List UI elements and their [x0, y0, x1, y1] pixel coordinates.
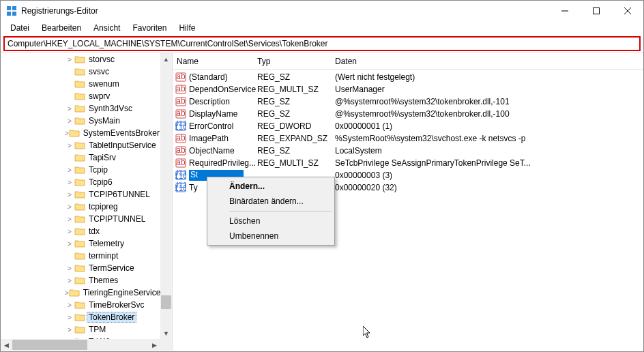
- tree-item[interactable]: >Synth3dVsc: [1, 102, 160, 115]
- expand-chevron-icon[interactable]: >: [65, 105, 74, 113]
- column-typ[interactable]: Typ: [257, 57, 335, 66]
- value-name: ImagePath: [189, 134, 229, 143]
- tree-item[interactable]: >Telemetry: [1, 237, 160, 250]
- app-icon: [6, 5, 17, 16]
- binary-value-icon: 011110: [175, 182, 186, 193]
- svg-text:ab: ab: [176, 145, 186, 155]
- close-button[interactable]: [612, 1, 643, 21]
- tree-item[interactable]: >TimeBrokerSvc: [1, 299, 160, 311]
- string-value-icon: ab: [175, 72, 186, 83]
- tree-item[interactable]: >storvsc: [1, 53, 160, 65]
- tree-item[interactable]: >Tcpip: [1, 164, 160, 176]
- list-row[interactable]: ab(Standard)REG_SZ(Wert nicht festgelegt…: [173, 71, 643, 83]
- expand-chevron-icon[interactable]: >: [65, 314, 74, 321]
- tree-item[interactable]: >TieringEngineService: [1, 287, 160, 299]
- tree-item-label: terminpt: [87, 250, 120, 261]
- scrollbar-corner: [160, 339, 172, 351]
- tree-item[interactable]: svsvc: [1, 65, 160, 78]
- folder-icon: [69, 128, 80, 138]
- expand-chevron-icon[interactable]: >: [65, 56, 74, 63]
- maximize-button[interactable]: [581, 1, 612, 21]
- list-row[interactable]: abObjectNameREG_SZLocalSystem: [173, 145, 643, 157]
- menu-hilfe[interactable]: Hilfe: [173, 22, 201, 34]
- expand-chevron-icon[interactable]: >: [65, 265, 74, 272]
- menu-ansicht[interactable]: Ansicht: [88, 22, 126, 34]
- expand-chevron-icon[interactable]: >: [65, 228, 74, 235]
- tree-item-label: tcpipreg: [87, 201, 120, 212]
- expand-chevron-icon[interactable]: >: [65, 142, 74, 149]
- scroll-up-arrow-icon[interactable]: ▲: [160, 53, 172, 65]
- string-value-icon: ab: [175, 133, 186, 144]
- tree-item-label: Tcpip6: [87, 177, 115, 188]
- folder-icon: [74, 116, 85, 126]
- column-name[interactable]: Name: [173, 57, 257, 66]
- tree-vertical-scrollbar[interactable]: ▲ ▼: [160, 53, 172, 339]
- list-row[interactable]: abDisplayNameREG_SZ@%systemroot%\system3…: [173, 108, 643, 120]
- value-name: RequiredPrivileg...: [189, 158, 256, 168]
- value-data: 0x00000003 (3): [335, 171, 643, 180]
- folder-icon: [74, 67, 85, 76]
- tree-item[interactable]: terminpt: [1, 250, 160, 262]
- tree-item[interactable]: >TPM: [1, 323, 160, 336]
- expand-chevron-icon[interactable]: >: [65, 179, 74, 186]
- context-menu-item[interactable]: Binärdaten ändern...: [209, 194, 333, 209]
- minimize-button[interactable]: [549, 1, 581, 21]
- value-data: LocalSystem: [335, 146, 643, 156]
- expand-chevron-icon[interactable]: >: [65, 191, 74, 199]
- tree-item[interactable]: >TCPIP6TUNNEL: [1, 188, 160, 201]
- scroll-left-arrow-icon[interactable]: ◀: [1, 339, 12, 351]
- menu-bearbeiten[interactable]: Bearbeiten: [36, 22, 87, 34]
- tree-item[interactable]: >TCPIPTUNNEL: [1, 213, 160, 225]
- menu-favoriten[interactable]: Favoriten: [127, 22, 172, 34]
- tree-horizontal-scrollbar[interactable]: ◀ ▶: [1, 339, 160, 351]
- list-row[interactable]: abDependOnServiceREG_MULTI_SZUserManager: [173, 83, 643, 96]
- tree-item[interactable]: swenum: [1, 78, 160, 90]
- scroll-right-arrow-icon[interactable]: ▶: [149, 339, 160, 351]
- context-menu: Ändern...Binärdaten ändern...LöschenUmbe…: [207, 177, 335, 246]
- tree-item-label: TCPIP6TUNNEL: [87, 189, 152, 200]
- svg-rect-0: [7, 6, 11, 10]
- scroll-down-arrow-icon[interactable]: ▼: [160, 327, 172, 339]
- cursor-arrow-icon: [363, 326, 372, 340]
- menu-datei[interactable]: Datei: [5, 22, 35, 34]
- expand-chevron-icon[interactable]: >: [65, 117, 74, 125]
- scroll-thumb[interactable]: [12, 340, 87, 350]
- expand-chevron-icon[interactable]: >: [65, 326, 74, 334]
- tree-item[interactable]: >Themes: [1, 274, 160, 287]
- string-value-icon: ab: [175, 96, 186, 107]
- expand-chevron-icon[interactable]: >: [65, 203, 74, 211]
- list-row[interactable]: abImagePathREG_EXPAND_SZ%SystemRoot%\sys…: [173, 132, 643, 145]
- folder-icon: [74, 55, 85, 64]
- expand-chevron-icon[interactable]: >: [65, 240, 74, 248]
- tree-item[interactable]: >tdx: [1, 225, 160, 237]
- tree-item[interactable]: swprv: [1, 90, 160, 102]
- folder-icon: [69, 288, 80, 297]
- tree-item[interactable]: >TokenBroker: [1, 311, 160, 323]
- tree-item[interactable]: >Tcpip6: [1, 176, 160, 188]
- tree-item[interactable]: >SystemEventsBroker: [1, 127, 160, 139]
- tree-item[interactable]: >SysMain: [1, 115, 160, 127]
- tree-item-label: SystemEventsBroker: [81, 128, 160, 138]
- folder-icon: [74, 312, 85, 322]
- context-menu-item[interactable]: Löschen: [209, 214, 333, 229]
- tree-item[interactable]: >tcpipreg: [1, 201, 160, 213]
- expand-chevron-icon[interactable]: >: [65, 302, 74, 309]
- list-row[interactable]: abDescriptionREG_SZ@%systemroot%\system3…: [173, 96, 643, 108]
- context-menu-item[interactable]: Ändern...: [209, 179, 333, 194]
- list-row[interactable]: 011110ErrorControlREG_DWORD0x00000001 (1…: [173, 120, 643, 132]
- string-value-icon: ab: [175, 108, 186, 119]
- tree-item[interactable]: >TabletInputService: [1, 139, 160, 151]
- address-input[interactable]: [8, 39, 636, 48]
- value-data: %SystemRoot%\system32\svchost.exe -k net…: [335, 134, 643, 143]
- expand-chevron-icon[interactable]: >: [65, 216, 74, 223]
- context-menu-item[interactable]: Umbenennen: [209, 229, 333, 244]
- expand-chevron-icon[interactable]: >: [65, 166, 74, 174]
- expand-chevron-icon[interactable]: >: [65, 277, 74, 284]
- list-row[interactable]: abRequiredPrivileg...REG_MULTI_SZSeTcbPr…: [173, 157, 643, 169]
- folder-icon: [74, 239, 85, 248]
- column-daten[interactable]: Daten: [335, 57, 643, 66]
- scroll-thumb[interactable]: [161, 295, 171, 309]
- tree-item[interactable]: TapiSrv: [1, 151, 160, 164]
- tree-item-label: TPM: [87, 324, 108, 335]
- tree-item[interactable]: >TermService: [1, 262, 160, 274]
